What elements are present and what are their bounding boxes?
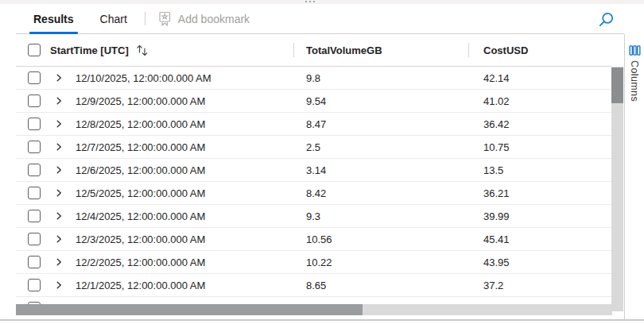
cell-start-time: 12/2/2025, 12:00:00.000 AM [76, 256, 306, 268]
cell-total-volume: 9.54 [306, 95, 483, 107]
row-checkbox-cell [16, 256, 54, 268]
toolbar-divider [145, 12, 145, 25]
vertical-scrollbar-thumb[interactable] [611, 68, 623, 103]
cell-start-time: 12/5/2025, 12:00:00.000 AM [76, 187, 306, 199]
table-row[interactable]: 12/8/2025, 12:00:00.000 AM 8.47 36.42 [16, 113, 611, 136]
vertical-scrollbar[interactable] [611, 67, 623, 311]
bookmark-icon [158, 11, 172, 26]
column-header-costusd[interactable]: CostUSD [469, 44, 611, 56]
search-icon [597, 11, 615, 29]
table-row[interactable]: 12/5/2025, 12:00:00.000 AM 8.42 36.21 [16, 182, 611, 205]
chevron-right-icon[interactable] [54, 280, 64, 290]
horizontal-scrollbar[interactable] [16, 304, 612, 315]
columns-icon [629, 44, 641, 56]
cell-total-volume: 8.42 [306, 187, 483, 199]
chevron-right-icon[interactable] [54, 188, 64, 198]
columns-panel-button[interactable]: Columns [629, 44, 641, 102]
cell-cost: 36.42 [483, 118, 611, 130]
row-checkbox[interactable] [28, 210, 41, 222]
row-checkbox-cell [16, 118, 54, 130]
cell-cost: 43.95 [483, 256, 611, 268]
table-row[interactable]: 12/6/2025, 12:00:00.000 AM 3.14 13.5 [16, 159, 611, 182]
chevron-right-icon[interactable] [54, 211, 64, 221]
chevron-right-icon[interactable] [54, 165, 64, 175]
chevron-right-icon[interactable] [54, 119, 64, 129]
row-expander-cell [54, 257, 76, 267]
row-checkbox[interactable] [28, 279, 41, 291]
cell-total-volume: 10.56 [306, 233, 483, 245]
row-expander-cell [54, 211, 76, 221]
cell-total-volume: 8.47 [306, 118, 483, 130]
row-checkbox-cell [16, 233, 54, 245]
row-checkbox-cell [16, 71, 54, 84]
splitter-drag-handle-icon[interactable] [305, 1, 315, 2]
cell-start-time: 12/7/2025, 12:00:00.000 AM [76, 141, 306, 153]
cell-cost: 13.5 [483, 164, 611, 176]
cell-cost: 45.41 [483, 233, 611, 245]
chevron-right-icon[interactable] [54, 142, 64, 152]
row-checkbox[interactable] [28, 141, 41, 153]
table-row[interactable]: 12/9/2025, 12:00:00.000 AM 9.54 41.02 [16, 90, 611, 113]
row-checkbox-cell [16, 210, 54, 222]
row-checkbox-cell [16, 141, 54, 153]
chevron-right-icon[interactable] [54, 73, 64, 83]
table-header: StartTime [UTC] TotalVolumeGB CostUSD [16, 34, 611, 67]
row-checkbox-cell [16, 94, 54, 107]
row-checkbox[interactable] [28, 233, 41, 245]
row-checkbox[interactable] [28, 256, 41, 268]
row-checkbox[interactable] [28, 164, 41, 176]
row-checkbox-cell [16, 187, 54, 199]
table-row[interactable]: 12/3/2025, 12:00:00.000 AM 10.56 45.41 [16, 228, 611, 251]
cell-total-volume: 9.3 [306, 210, 483, 222]
table-row[interactable]: 12/1/2025, 12:00:00.000 AM 8.65 37.2 [16, 274, 611, 297]
cell-total-volume: 8.65 [306, 280, 483, 291]
table-row[interactable]: 12/7/2025, 12:00:00.000 AM 2.5 10.75 [16, 136, 611, 159]
pane-bottom-border [0, 319, 644, 321]
table-row[interactable]: 12/10/2025, 12:00:00.000 AM 9.8 42.14 [16, 67, 611, 90]
chevron-right-icon[interactable] [54, 96, 64, 106]
row-expander-cell [54, 96, 76, 106]
cell-total-volume: 9.8 [306, 72, 483, 84]
row-checkbox-cell [16, 164, 54, 176]
search-button[interactable] [596, 10, 615, 29]
row-checkbox[interactable] [28, 187, 41, 199]
horizontal-scrollbar-thumb[interactable] [16, 304, 363, 315]
row-checkbox[interactable] [28, 118, 41, 130]
cell-start-time: 12/9/2025, 12:00:00.000 AM [76, 95, 306, 107]
add-bookmark-label: Add bookmark [178, 13, 250, 25]
columns-panel-label: Columns [629, 60, 640, 102]
sort-icon[interactable] [136, 44, 149, 57]
cell-start-time: 12/6/2025, 12:00:00.000 AM [76, 164, 306, 176]
cell-cost: 41.02 [483, 95, 611, 107]
row-checkbox-cell [16, 279, 54, 291]
cell-cost: 10.75 [483, 141, 611, 153]
column-header-starttime[interactable]: StartTime [UTC] [50, 44, 293, 57]
columns-side-panel: Columns [624, 34, 644, 319]
cell-total-volume: 3.14 [306, 164, 483, 176]
tab-results[interactable]: Results [29, 4, 78, 33]
cell-start-time: 12/10/2025, 12:00:00.000 AM [76, 72, 306, 84]
table-body: 12/10/2025, 12:00:00.000 AM 9.8 42.14 12… [16, 67, 611, 305]
cell-start-time: 12/1/2025, 12:00:00.000 AM [76, 280, 306, 291]
row-expander-cell [54, 280, 76, 290]
row-checkbox[interactable] [28, 71, 41, 84]
select-all-checkbox[interactable] [28, 44, 41, 56]
row-checkbox[interactable] [28, 94, 41, 107]
row-expander-cell [54, 119, 76, 129]
results-pane: Results Chart Add bookmark [0, 0, 644, 324]
column-header-starttime-label: StartTime [UTC] [50, 44, 129, 56]
table-row[interactable]: 12/2/2025, 12:00:00.000 AM 10.22 43.95 [16, 251, 611, 274]
cell-start-time: 12/8/2025, 12:00:00.000 AM [76, 118, 306, 130]
cell-total-volume: 2.5 [306, 141, 483, 153]
cell-cost: 42.14 [483, 72, 611, 84]
tab-chart[interactable]: Chart [96, 4, 131, 33]
chevron-right-icon[interactable] [54, 257, 64, 267]
chevron-right-icon[interactable] [54, 234, 64, 244]
add-bookmark-button[interactable]: Add bookmark [158, 11, 250, 26]
table-row[interactable]: 12/4/2025, 12:00:00.000 AM 9.3 39.99 [16, 205, 611, 228]
cell-cost: 37.2 [483, 280, 611, 291]
cell-total-volume: 10.22 [306, 256, 483, 268]
column-header-totalvolume[interactable]: TotalVolumeGB [294, 44, 468, 56]
cell-cost: 36.21 [483, 187, 611, 199]
row-expander-cell [54, 234, 76, 244]
